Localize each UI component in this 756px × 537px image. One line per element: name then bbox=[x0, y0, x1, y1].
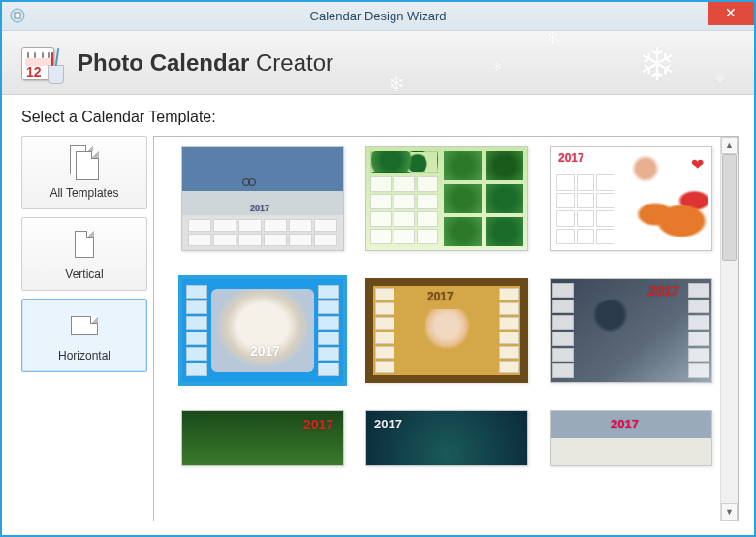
template-thumbnail[interactable]: 2017 bbox=[181, 278, 344, 383]
category-label: All Templates bbox=[49, 186, 118, 200]
snowflake-icon: ❄ bbox=[638, 37, 677, 91]
template-grid: 2017 bbox=[181, 146, 714, 466]
template-thumbnail[interactable]: 2017 bbox=[365, 410, 528, 466]
gallery-scrollbar[interactable]: ▲ ▼ bbox=[720, 137, 738, 521]
app-banner: 12 Photo Calendar Creator ❄ ❄ ❄ ❄ ❄ bbox=[2, 31, 754, 95]
window-title: Calendar Design Wizard bbox=[310, 9, 447, 23]
titlebar: Calendar Design Wizard ✕ bbox=[2, 2, 754, 31]
main-row: All Templates Vertical Horizontal bbox=[21, 136, 739, 521]
template-thumbnail[interactable] bbox=[365, 146, 528, 251]
snowflake-icon: ❄ bbox=[715, 72, 725, 85]
template-year: 2017 bbox=[611, 417, 639, 431]
category-sidebar: All Templates Vertical Horizontal bbox=[21, 136, 147, 521]
scroll-down-button[interactable]: ▼ bbox=[721, 503, 738, 521]
documents-icon bbox=[70, 145, 99, 180]
template-thumbnail[interactable]: 2017 bbox=[181, 146, 344, 251]
app-title: Photo Calendar Creator bbox=[78, 49, 333, 77]
template-thumbnail[interactable]: 2017 bbox=[365, 278, 528, 383]
category-label: Vertical bbox=[65, 268, 103, 281]
logo-date: 12 bbox=[26, 64, 42, 79]
category-all-templates[interactable]: All Templates bbox=[21, 136, 147, 209]
template-thumbnail[interactable]: 2017 bbox=[550, 410, 712, 466]
template-year: 2017 bbox=[250, 343, 280, 359]
category-vertical[interactable]: Vertical bbox=[21, 217, 147, 291]
template-year: 2017 bbox=[374, 417, 402, 431]
app-title-light: Creator bbox=[249, 49, 333, 76]
template-year: 2017 bbox=[250, 204, 269, 213]
category-label: Horizontal bbox=[58, 349, 110, 363]
page-landscape-icon bbox=[70, 308, 99, 343]
svg-rect-1 bbox=[15, 13, 20, 18]
template-year: 2017 bbox=[427, 290, 454, 303]
section-heading: Select a Calendar Template: bbox=[21, 109, 739, 126]
template-thumbnail[interactable]: 2017 bbox=[550, 278, 712, 383]
snowflake-icon: ❄ bbox=[388, 72, 405, 95]
app-sys-icon bbox=[10, 8, 25, 23]
category-horizontal[interactable]: Horizontal bbox=[21, 299, 147, 372]
snowflake-icon: ❄ bbox=[546, 31, 560, 48]
app-title-bold: Photo Calendar bbox=[78, 49, 249, 76]
content-area: Select a Calendar Template: All Template… bbox=[2, 95, 754, 521]
page-portrait-icon bbox=[70, 227, 99, 262]
template-gallery: 2017 bbox=[154, 137, 720, 521]
scroll-up-button[interactable]: ▲ bbox=[721, 137, 738, 154]
template-year: 2017 bbox=[558, 151, 584, 165]
close-button[interactable]: ✕ bbox=[708, 2, 754, 25]
template-year: 2017 bbox=[303, 417, 333, 432]
scroll-track[interactable] bbox=[721, 154, 738, 503]
snowflake-icon: ❄ bbox=[492, 60, 502, 74]
template-year: 2017 bbox=[648, 283, 678, 299]
scroll-thumb[interactable] bbox=[722, 154, 737, 261]
app-logo-icon: 12 bbox=[21, 42, 64, 84]
template-thumbnail[interactable]: 2017 bbox=[181, 410, 344, 466]
template-thumbnail[interactable]: 2017 ❤ bbox=[550, 146, 712, 251]
template-gallery-panel: 2017 bbox=[153, 136, 739, 521]
